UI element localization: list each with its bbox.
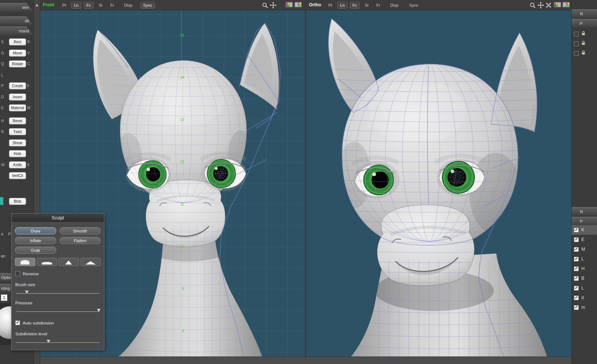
visibility-checkbox[interactable]	[574, 266, 579, 271]
sculpt-tool-button[interactable]: Grab	[15, 247, 56, 254]
tool-button[interactable]: Twist	[9, 128, 26, 135]
object-row[interactable]: M	[572, 244, 597, 254]
shortcut-letter-right: K	[27, 163, 30, 167]
brush-size-label: Brush size	[15, 282, 100, 287]
up-arrow-icon[interactable]	[35, 4, 38, 6]
object-row[interactable]: B	[572, 273, 597, 283]
brush-size-slider[interactable]	[16, 290, 100, 294]
viewport-mode-button[interactable]: Si	[362, 2, 371, 9]
sidebar-panel-tab[interactable]: mand	[0, 26, 34, 35]
viewport-mode-button[interactable]: Fr	[374, 2, 383, 9]
object-panel-tab[interactable]: P	[572, 19, 597, 27]
pressure-slider[interactable]	[16, 308, 100, 313]
tool-list: S Rect R G Move V Q Rotate C L	[0, 37, 34, 182]
viewport-mode-button[interactable]: Fr	[108, 2, 117, 9]
tool-button[interactable]: Create	[9, 82, 26, 89]
visibility-checkbox[interactable]	[574, 237, 579, 242]
tool-button[interactable]: VertClr	[9, 172, 26, 179]
zoom-icon[interactable]	[529, 2, 537, 9]
viewport-mode-button[interactable]: Pt	[60, 2, 69, 9]
display-colors-icon-1[interactable]	[285, 2, 293, 9]
object-panel-tab[interactable]: N	[572, 9, 597, 18]
viewport-mode-button[interactable]: Fc	[84, 2, 94, 9]
locked-item-row[interactable]	[572, 29, 597, 39]
object-panel-tab[interactable]: P	[572, 217, 597, 225]
sculpt-tool-button[interactable]: Inflate	[15, 237, 56, 244]
tool-button[interactable]: Hole	[9, 150, 26, 157]
viewport-mode-button[interactable]: Disp	[121, 2, 135, 9]
zoom-icon[interactable]	[262, 2, 269, 9]
item-checkbox[interactable]	[574, 51, 579, 56]
orbit-icon[interactable]	[545, 2, 553, 9]
brush-shape-button[interactable]	[59, 258, 79, 266]
pan-icon[interactable]	[537, 2, 545, 9]
sculpt-tool-button[interactable]: Flatten	[60, 237, 101, 244]
tool-button[interactable]: Rect	[9, 38, 26, 45]
item-checkbox[interactable]	[574, 41, 579, 46]
tool-row: Blob	[0, 196, 34, 207]
sculpt-tool-button[interactable]: Draw	[15, 227, 56, 234]
object-row[interactable]: H	[572, 264, 597, 273]
object-row[interactable]: d	[572, 293, 597, 303]
locked-item-row[interactable]	[572, 39, 597, 48]
viewport-right-label[interactable]: Ortho	[309, 2, 321, 7]
sidebar-panel-tab[interactable]: tem	[0, 3, 34, 12]
display-colors-icon-2[interactable]	[294, 2, 302, 9]
padlock-icon[interactable]	[581, 40, 586, 47]
tool-button[interactable]: Shear	[9, 139, 26, 146]
tool-button[interactable]: Move	[9, 50, 26, 57]
slider-handle[interactable]	[97, 309, 101, 312]
tool-button[interactable]: Knife	[9, 161, 26, 168]
viewport-mode-button[interactable]: Si	[96, 2, 105, 9]
brush-shape-button[interactable]	[80, 258, 101, 266]
value-input[interactable]: 1	[1, 294, 7, 301]
viewport-mode-button[interactable]: Ln	[71, 2, 81, 9]
object-row[interactable]: E	[572, 235, 597, 244]
viewport-mode-button[interactable]: Ln	[337, 2, 347, 9]
viewport-left-label[interactable]: Front	[43, 2, 54, 7]
item-checkbox[interactable]	[574, 32, 579, 37]
model-ortho-view	[306, 10, 571, 357]
object-row[interactable]: L	[572, 254, 597, 264]
object-row[interactable]: K	[572, 225, 597, 235]
viewport-ortho[interactable]	[306, 10, 571, 357]
shortcut-letter-left: P	[1, 84, 4, 88]
object-panel-tab[interactable]: N	[572, 207, 597, 215]
brush-shape-button[interactable]	[15, 258, 35, 266]
viewport-mode-button[interactable]: Disp	[388, 2, 401, 9]
tool-button[interactable]: Material	[9, 104, 26, 111]
blob-tool-button[interactable]: Blob	[9, 198, 26, 205]
subdivision-level-slider[interactable]	[16, 339, 100, 344]
padlock-icon[interactable]	[581, 50, 586, 57]
visibility-checkbox[interactable]	[574, 228, 579, 232]
pan-icon[interactable]	[270, 2, 277, 9]
tool-button[interactable]: Invert	[9, 94, 26, 101]
sculpt-panel-title[interactable]: Sculpt	[12, 213, 104, 222]
tool-button[interactable]: Bevel	[9, 117, 26, 124]
visibility-checkbox[interactable]	[574, 295, 579, 300]
visibility-checkbox[interactable]	[574, 276, 579, 281]
locked-item-row[interactable]	[572, 48, 597, 58]
active-color-swatch[interactable]	[0, 197, 3, 205]
visibility-checkbox[interactable]	[574, 257, 579, 262]
viewport-mode-button[interactable]: Sync	[140, 2, 155, 9]
viewport-mode-button[interactable]: Pt	[326, 2, 335, 9]
visibility-checkbox[interactable]	[574, 286, 579, 291]
sidebar-panel-tab[interactable]: dit	[0, 16, 34, 25]
object-row[interactable]: m	[572, 303, 597, 312]
auto-subdivision-checkbox[interactable]	[15, 320, 20, 325]
reverse-checkbox[interactable]	[15, 271, 20, 276]
brush-shape-button[interactable]	[37, 258, 57, 266]
visibility-checkbox[interactable]	[574, 305, 579, 310]
display-colors-icon-2[interactable]	[562, 2, 570, 9]
sculpt-tool-button[interactable]: Smooth	[60, 227, 101, 234]
slider-handle[interactable]	[47, 340, 50, 343]
tool-button[interactable]: Rotate	[9, 60, 26, 67]
padlock-icon[interactable]	[581, 31, 586, 37]
object-row[interactable]: L	[572, 283, 597, 293]
slider-handle[interactable]	[25, 291, 29, 294]
display-colors-icon-1[interactable]	[554, 2, 561, 9]
visibility-checkbox[interactable]	[574, 247, 579, 252]
viewport-mode-button[interactable]: Sync	[407, 2, 421, 9]
viewport-mode-button[interactable]: Fc	[350, 2, 360, 9]
